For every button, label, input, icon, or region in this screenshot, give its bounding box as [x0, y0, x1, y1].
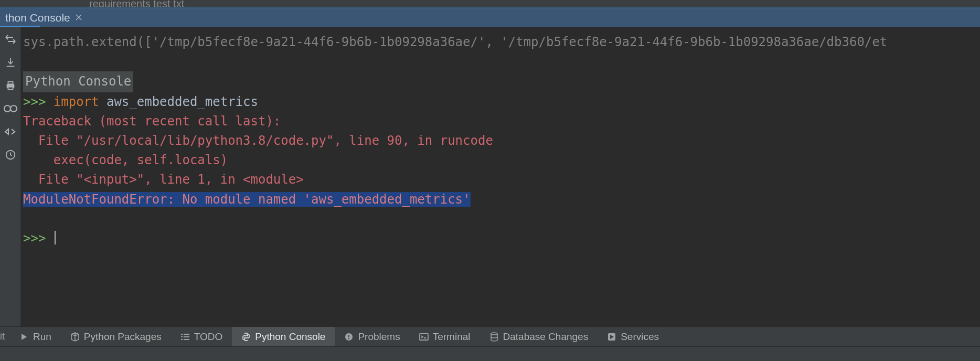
download-icon[interactable] — [4, 56, 17, 69]
svg-rect-10 — [181, 339, 183, 340]
keyword-import: import — [54, 94, 99, 109]
traceback-line: File "<input>", line 1, in <module> — [23, 172, 304, 187]
module-name: aws_embedded_metrics — [99, 94, 258, 109]
svg-rect-13 — [348, 335, 349, 337]
problems-tab[interactable]: Problems — [335, 327, 409, 346]
todo-tab[interactable]: TODO — [171, 327, 232, 346]
svg-rect-14 — [348, 338, 349, 339]
tab-label: TODO — [194, 331, 223, 343]
run-tab[interactable]: Run — [10, 327, 61, 346]
svg-rect-1 — [8, 82, 13, 84]
svg-point-3 — [4, 105, 10, 112]
list-icon — [180, 332, 190, 342]
editor-tab-filename: requirements test txt — [89, 0, 184, 7]
tab-label: Database Changes — [503, 331, 589, 343]
packages-icon — [70, 332, 80, 342]
svg-rect-15 — [420, 334, 428, 340]
text-cursor — [55, 231, 56, 245]
history-icon[interactable] — [4, 148, 17, 162]
svg-rect-9 — [184, 336, 189, 337]
git-tab-fragment[interactable]: it — [0, 327, 10, 346]
svg-point-16 — [491, 333, 497, 335]
warning-icon — [344, 332, 354, 342]
bottom-tool-bar: it Run Python Packages TODO Python Conso… — [0, 326, 980, 346]
sys-path-line: sys.path.extend(['/tmp/b5fecf8e-9a21-44f… — [23, 35, 887, 49]
svg-rect-2 — [8, 87, 13, 90]
console-label: Python Console — [23, 71, 133, 92]
play-icon — [19, 332, 29, 342]
svg-rect-7 — [184, 334, 189, 335]
console-toolbar — [0, 27, 21, 326]
svg-rect-11 — [184, 339, 189, 340]
variables-icon[interactable] — [4, 102, 17, 115]
editor-tab-fragment: requirements test txt — [0, 0, 980, 7]
expand-icon[interactable] — [4, 125, 17, 139]
python-console-tab[interactable]: thon Console — [0, 8, 89, 27]
database-icon — [489, 332, 499, 342]
console-panel: sys.path.extend(['/tmp/b5fecf8e-9a21-44f… — [0, 27, 980, 326]
database-changes-tab[interactable]: Database Changes — [480, 327, 598, 346]
terminal-tab[interactable]: Terminal — [410, 327, 480, 346]
svg-point-4 — [10, 105, 17, 112]
traceback-header: Traceback (most recent call last): — [23, 114, 281, 129]
terminal-icon — [419, 332, 429, 342]
traceback-line: exec(code, self.locals) — [23, 153, 228, 167]
prompt: >>> — [23, 94, 54, 109]
python-icon — [241, 332, 251, 342]
print-icon[interactable] — [4, 79, 17, 92]
services-icon — [607, 332, 616, 342]
tab-label: Terminal — [433, 331, 471, 343]
tab-label: Problems — [358, 331, 400, 343]
prompt: >>> — [23, 231, 54, 246]
services-tab[interactable]: Services — [598, 327, 668, 346]
tab-title: thon Console — [5, 12, 70, 24]
rerun-icon[interactable] — [4, 33, 17, 46]
tab-label: Python Console — [255, 331, 325, 343]
console-output[interactable]: sys.path.extend(['/tmp/b5fecf8e-9a21-44f… — [21, 27, 980, 326]
tab-label: Services — [621, 331, 659, 343]
tab-label: Python Packages — [84, 331, 162, 343]
error-line: ModuleNotFoundError: No module named 'aw… — [23, 192, 471, 207]
tool-window-tab-bar: thon Console — [0, 7, 980, 27]
status-bar-fragment — [0, 346, 980, 361]
close-icon[interactable] — [76, 13, 82, 23]
svg-rect-6 — [181, 334, 183, 335]
tab-label: Run — [33, 331, 51, 343]
svg-rect-8 — [181, 336, 183, 337]
traceback-line: File "/usr/local/lib/python3.8/code.py",… — [23, 133, 493, 148]
python-console-tab[interactable]: Python Console — [232, 327, 335, 346]
python-packages-tab[interactable]: Python Packages — [61, 327, 171, 346]
